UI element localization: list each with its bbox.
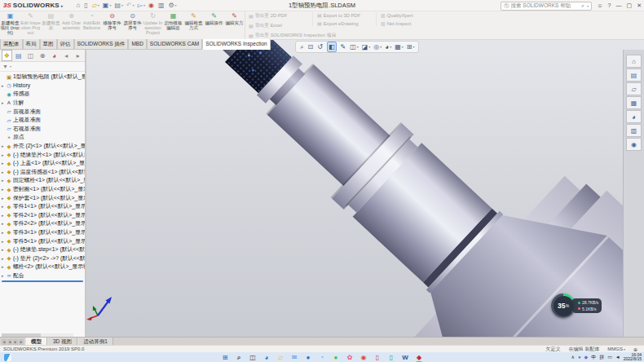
tree-item[interactable]: ▸ (-) 上盖<1> (默认<<默认>_显示状 — [0, 159, 85, 168]
panel-tab-scroll-left[interactable]: ◂ — [61, 50, 72, 61]
command-tab[interactable]: SOLIDWORKS CAM — [147, 39, 202, 50]
tree-item[interactable]: ▸ 零件1<1> (默认<<默认>_显示状态 — [0, 202, 85, 211]
reader-app-icon[interactable]: ▯ — [373, 353, 382, 362]
displaymanager-tab[interactable]: ◕ — [49, 50, 60, 61]
previous-view-icon[interactable]: ↺ — [317, 42, 324, 51]
section-view-icon[interactable]: ◧ — [327, 42, 337, 52]
export-button[interactable]: ▤ Export to 3D PDF — [317, 12, 360, 18]
search-button[interactable]: ⌕ — [235, 353, 244, 362]
featuremanager-tree-tab[interactable]: ❖ — [2, 50, 12, 61]
export-button[interactable]: ▥ Net-Inspect — [381, 20, 413, 26]
view-palette-icon[interactable]: ▦ — [626, 96, 642, 109]
display-icon[interactable]: ▭ — [607, 352, 612, 362]
tree-item[interactable]: ▸ (-) 绝缘垫片<1> (默认<<默认>_显 — [0, 150, 85, 159]
command-tab[interactable]: SOLIDWORKS Inspection — [202, 39, 271, 50]
zoom-to-fit-icon[interactable]: ⌕ — [300, 42, 304, 51]
export-button[interactable]: ▤ 导出至 SOLIDWORKS Inspection 项目 — [249, 32, 336, 39]
doc-tab-scroll-arrow[interactable]: ▸ — [19, 339, 24, 345]
tree-item[interactable]: 原点 — [0, 133, 85, 142]
volume-icon[interactable]: ◄ — [615, 352, 620, 362]
display-style-icon[interactable]: ◪ ▾ — [362, 42, 371, 51]
tree-item[interactable]: ▸ 外壳 (2)<1> (默认<<默认>_显示状 — [0, 142, 85, 151]
view-orientation-icon[interactable]: ◫ ▾ — [350, 42, 359, 51]
task-view-button[interactable]: ◫ — [249, 353, 258, 362]
tree-item[interactable]: 传感器 — [0, 90, 85, 99]
tree-item[interactable]: ▸ 螺栓<2> (默认<<默认>_显示状态 — [0, 263, 85, 272]
tree-filter-row[interactable]: ▼ ▾ — [0, 62, 85, 72]
custom-properties-icon[interactable]: ▥ — [626, 124, 642, 137]
taskbar-clock[interactable]: 16:04 2022/8/15 — [624, 353, 642, 362]
ribbon-button[interactable]: ⊙ 选择零件序号 — [122, 11, 143, 39]
tray-chevron-icon[interactable]: ∧ — [571, 352, 574, 362]
notes-app-icon[interactable]: ▯ — [387, 353, 396, 362]
ribbon-button[interactable]: ▣ 新建检查项目 (imp:何) — [0, 11, 20, 39]
doc-tab-scroll-arrow[interactable]: ◂ — [7, 339, 12, 345]
wechat-icon[interactable]: ● — [332, 353, 341, 362]
new-document-icon[interactable]: ▯ — [84, 1, 88, 11]
search-caret[interactable]: ▾ — [587, 4, 589, 8]
restore-button[interactable]: ▢ — [627, 2, 633, 9]
tree-item[interactable]: ▸ (-) 温度传感器<1> (默认<<默认>_ — [0, 168, 85, 177]
search-icon[interactable]: ⌕ — [581, 2, 584, 9]
zoom-to-area-icon[interactable]: ⊡ — [307, 42, 314, 51]
solidworks-icon[interactable]: ◆ — [415, 353, 424, 362]
weather-icon[interactable]: ◔ — [318, 353, 327, 362]
select-icon[interactable]: ▻ ▾ — [138, 1, 145, 11]
start-button[interactable]: ⊞ — [221, 353, 230, 362]
tree-item[interactable]: ▸ History — [0, 82, 85, 90]
tree-item[interactable]: ▸ 零件2<1> (默认<<默认>_显示状态 — [0, 211, 85, 220]
login-icon[interactable]: ☺ — [597, 2, 602, 8]
edge-icon[interactable]: ◕ — [262, 353, 271, 362]
forum-icon[interactable]: ◉ — [626, 138, 642, 151]
appearances-scenes-icon[interactable]: ◕ — [626, 110, 642, 123]
tree-item[interactable]: 上视基准面 — [0, 116, 85, 125]
tree-item[interactable]: ▸ 零件3<1> (默认<<默认>_显示状态 — [0, 228, 85, 237]
tree-item[interactable]: ▸ 零件2<2> (默认<<默认>_显示状态 — [0, 219, 85, 228]
ribbon-button[interactable]: ✎ 编辑操作 — [204, 11, 224, 39]
home-icon[interactable]: ⌂ — [76, 1, 81, 11]
status-globe-icon[interactable]: ⊕ — [633, 347, 637, 352]
command-tab[interactable]: 布局 — [23, 39, 40, 50]
ribbon-button[interactable]: ✎ 编辑检查方式 — [183, 11, 204, 39]
panel-tab-scroll-right[interactable]: ▸ — [73, 50, 83, 61]
view-settings-icon[interactable]: ⊞ ▾ — [407, 42, 415, 51]
undo-icon[interactable]: ↶ ▾ — [126, 1, 135, 11]
command-tab[interactable]: 评估 — [57, 39, 74, 50]
solidworks-resources-icon[interactable]: ⌂ — [626, 55, 642, 68]
tree-item[interactable]: ▸ 固定螺栓<1> (默认<<默认>_显示状 — [0, 176, 85, 185]
ribbon-button[interactable]: ✎ 编辑实方 — [224, 11, 245, 39]
filter-caret[interactable]: ▾ — [10, 64, 11, 68]
design-library-icon[interactable]: ▤ — [626, 68, 642, 82]
dimxpertmanager-tab[interactable]: ⊕ — [37, 50, 48, 61]
tree-item[interactable]: 前视基准面 — [0, 107, 85, 116]
help-search-box[interactable]: Ⓢ 搜索 SOLIDWORKS 帮助 ⌕ ▾ — [501, 2, 592, 11]
rebuild-icon[interactable]: ◉ — [148, 1, 155, 11]
command-tab[interactable]: 草图 — [40, 39, 57, 50]
tree-item[interactable]: ▸ (-) 垫片 (2)<2> ->? (默认<<默认> — [0, 254, 85, 263]
command-tab[interactable]: 装配体 — [0, 39, 23, 50]
widgets-icon[interactable] — [4, 354, 11, 361]
print-icon[interactable]: ▤ ▾ — [114, 1, 123, 11]
ribbon-button[interactable]: ▦ 启动模板编辑器 — [163, 11, 183, 39]
help-button[interactable]: ? — [608, 2, 611, 8]
hide-show-items-icon[interactable]: ◎ ▾ — [373, 42, 382, 51]
tree-item[interactable]: ▸ (-) 绝缘垫.step<1> (默认<<默认> — [0, 245, 85, 254]
edit-appearance-icon[interactable]: ◕ ▾ — [385, 42, 391, 51]
tree-item[interactable]: ▸ 保护套<1> (默认<<默认>_显示状态 — [0, 193, 85, 202]
ribbon-button[interactable]: ◔ Add/Edit Balloons — [82, 11, 102, 39]
word-icon[interactable]: W — [401, 353, 410, 362]
graphics-viewport[interactable]: ⌕ ⊡ ↺ ◧ ✎ ◫ ▾ ◪ — [85, 39, 644, 338]
tray-app1-icon[interactable]: ● — [578, 352, 581, 362]
tray-app2-icon[interactable]: ◆ — [584, 352, 589, 362]
close-button[interactable]: ✕ — [637, 2, 642, 9]
menu-expand-arrow[interactable]: ▸ — [61, 3, 64, 8]
save-icon[interactable]: ▣ ▾ — [103, 1, 112, 11]
tree-item[interactable]: 1型轴预热电阻 (默认<默认_显示状态-1> — [0, 73, 85, 82]
ribbon-button[interactable]: ▤ 新建检查表 — [41, 11, 61, 39]
tree-item[interactable]: ▸ 零件5<1> (默认<<默认>_显示状态 — [0, 236, 85, 245]
photos-icon[interactable]: ✿ — [346, 353, 355, 362]
dynamic-annotation-icon[interactable]: ✎ — [340, 42, 346, 51]
ribbon-button[interactable]: ↻ Update Inspection Project — [143, 11, 163, 39]
tree-item[interactable]: ▸ 注解 — [0, 99, 85, 108]
doc-tab-scroll-arrow[interactable]: ◂ — [2, 339, 7, 345]
